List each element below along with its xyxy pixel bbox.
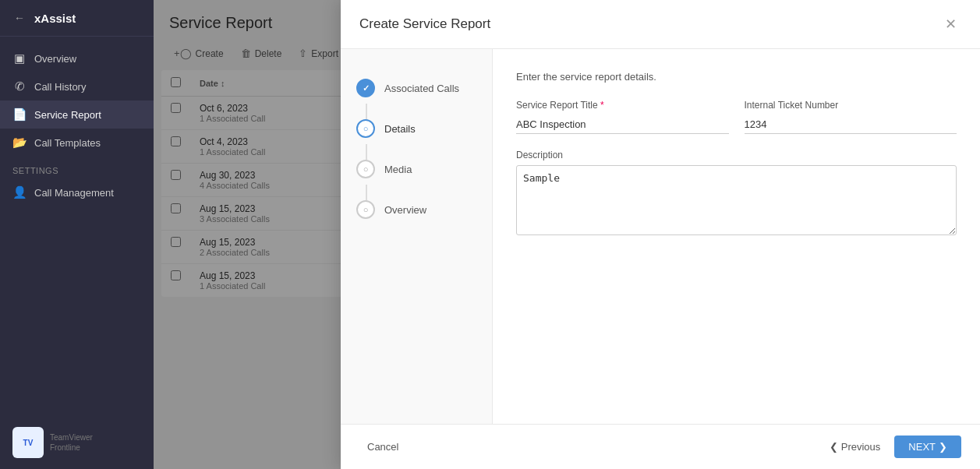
sidebar-item-overview[interactable]: ▣ Overview xyxy=(0,44,154,72)
sidebar-item-label: Call Management xyxy=(34,187,114,199)
step-details[interactable]: ○ Details xyxy=(341,108,492,149)
modal-overlay: Create Service Report ✕ ✓ Associated Cal… xyxy=(154,0,980,469)
step-circle-details: ○ xyxy=(356,119,375,138)
description-label: Description xyxy=(516,150,957,160)
teamviewer-icon: TV xyxy=(12,427,44,458)
form-panel: Enter the service report details. Servic… xyxy=(493,49,980,424)
sidebar-item-label: Service Report xyxy=(34,109,101,121)
step-circle-media: ○ xyxy=(356,160,375,178)
sidebar-item-label: Call Templates xyxy=(34,137,101,149)
step-circle-associated-calls: ✓ xyxy=(356,79,375,97)
call-history-icon: ✆ xyxy=(12,79,27,93)
modal-footer: Cancel ❮ Previous NEXT ❯ xyxy=(341,424,980,469)
sidebar-footer: TV TeamViewer Frontline xyxy=(0,416,154,469)
internal-ticket-number-field: Internal Ticket Number xyxy=(745,100,957,134)
step-label-associated-calls: Associated Calls xyxy=(384,83,459,94)
sidebar-header: ← xAssist xyxy=(0,0,154,37)
step-label-overview: Overview xyxy=(384,204,426,216)
form-intro: Enter the service report details. xyxy=(516,71,957,83)
settings-label: SETTINGS xyxy=(0,157,154,178)
sidebar: ← xAssist ▣ Overview ✆ Call History 📄 Se… xyxy=(0,0,154,469)
service-report-icon: 📄 xyxy=(12,108,27,122)
back-button[interactable]: ← xyxy=(11,9,28,26)
service-report-title-label: Service Report Title * xyxy=(516,100,729,111)
sidebar-item-service-report[interactable]: 📄 Service Report xyxy=(0,100,154,129)
description-textarea[interactable] xyxy=(516,165,957,235)
sidebar-item-call-history[interactable]: ✆ Call History xyxy=(0,72,154,100)
sidebar-item-call-templates[interactable]: 📂 Call Templates xyxy=(0,129,154,157)
step-circle-overview: ○ xyxy=(356,200,375,219)
next-button[interactable]: NEXT ❯ xyxy=(894,436,961,458)
main-content: Service Report +◯ Create 🗑 Delete ⇧ Expo… xyxy=(154,0,980,469)
required-star: * xyxy=(600,100,604,111)
modal-body: ✓ Associated Calls ○ Details ○ Media ○ O… xyxy=(341,49,980,424)
overview-icon: ▣ xyxy=(12,51,27,65)
step-overview[interactable]: ○ Overview xyxy=(341,189,492,230)
teamviewer-text: TeamViewer Frontline xyxy=(50,432,93,453)
form-row-description: Description xyxy=(516,150,957,235)
teamviewer-logo: TV TeamViewer Frontline xyxy=(12,427,141,458)
previous-button[interactable]: ❮ Previous xyxy=(822,436,889,457)
steps-panel: ✓ Associated Calls ○ Details ○ Media ○ O… xyxy=(341,49,493,424)
step-media[interactable]: ○ Media xyxy=(341,149,492,189)
call-templates-icon: 📂 xyxy=(12,136,27,150)
create-service-report-modal: Create Service Report ✕ ✓ Associated Cal… xyxy=(341,0,980,469)
internal-ticket-number-label: Internal Ticket Number xyxy=(745,100,957,111)
internal-ticket-number-input[interactable] xyxy=(745,115,957,134)
cancel-button[interactable]: Cancel xyxy=(359,436,406,457)
close-button[interactable]: ✕ xyxy=(940,14,961,34)
step-label-media: Media xyxy=(384,164,412,175)
step-associated-calls[interactable]: ✓ Associated Calls xyxy=(341,68,492,108)
form-row-title-ticket: Service Report Title * Internal Ticket N… xyxy=(516,100,957,134)
modal-title: Create Service Report xyxy=(359,16,490,32)
service-report-title-field: Service Report Title * xyxy=(516,100,729,134)
service-report-title-input[interactable] xyxy=(516,115,729,134)
modal-header: Create Service Report ✕ xyxy=(341,0,980,49)
sidebar-item-call-management[interactable]: 👤 Call Management xyxy=(0,178,154,206)
call-management-icon: 👤 xyxy=(12,185,27,199)
sidebar-nav: ▣ Overview ✆ Call History 📄 Service Repo… xyxy=(0,37,154,416)
next-icon: ❯ xyxy=(939,441,947,453)
sidebar-item-label: Overview xyxy=(34,53,76,65)
sidebar-item-label: Call History xyxy=(34,81,86,93)
prev-icon: ❮ xyxy=(830,441,838,453)
step-label-details: Details xyxy=(384,123,416,135)
footer-nav: ❮ Previous NEXT ❯ xyxy=(822,436,961,458)
description-field: Description xyxy=(516,150,957,235)
app-name: xAssist xyxy=(34,12,76,25)
